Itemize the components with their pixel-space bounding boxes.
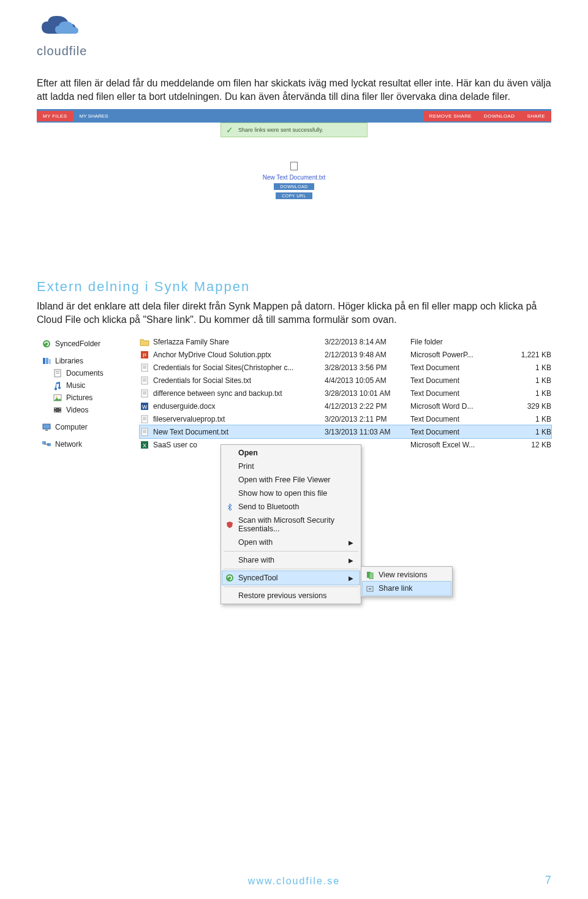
svg-text:P: P: [143, 352, 146, 358]
sm-view-revisions[interactable]: View revisions: [363, 568, 451, 582]
screenshot-explorer: SyncedFolder Libraries Documents: [37, 335, 551, 458]
chevron-right-icon: ▶: [349, 539, 353, 546]
file-type-icon: P: [140, 350, 149, 360]
screenshot-web-share: MY FILES MY SHARES REMOVE SHARE DOWNLOAD…: [37, 109, 551, 248]
document-icon: [290, 162, 298, 170]
cm-show-how[interactable]: Show how to open this file: [222, 487, 360, 500]
svg-text:W: W: [142, 404, 148, 410]
btn-remove-share[interactable]: REMOVE SHARE: [423, 111, 478, 121]
file-type-icon: [140, 376, 149, 385]
file-row[interactable]: Wenduserguide.docx4/12/2013 2:22 PMMicro…: [140, 400, 551, 412]
file-row[interactable]: PAnchor MyDrive Cloud Solution.pptx2/12/…: [140, 348, 551, 361]
nav-pictures[interactable]: Pictures: [37, 392, 140, 404]
nav-label: SyncedFolder: [55, 339, 100, 348]
btn-download[interactable]: DOWNLOAD: [274, 183, 314, 190]
cm-print[interactable]: Print: [222, 460, 360, 473]
nav-label: Libraries: [55, 357, 83, 365]
page-number: 7: [545, 874, 551, 887]
tab-my-files[interactable]: MY FILES: [37, 111, 74, 121]
cm-open[interactable]: Open: [222, 446, 360, 460]
svg-rect-15: [45, 430, 48, 431]
cm-restore[interactable]: Restore previous versions: [222, 589, 360, 602]
documents-icon: [53, 368, 62, 378]
file-name: Credentials for Social Sites(Christopher…: [153, 363, 325, 372]
footer-url: www.cloudfile.se: [248, 876, 340, 887]
cm-open-with[interactable]: Open with▶: [222, 536, 360, 549]
nav-network[interactable]: Network: [37, 438, 140, 450]
svg-rect-29: [141, 390, 148, 397]
nav-videos[interactable]: Videos: [37, 404, 140, 416]
file-size: 1 KB: [508, 415, 551, 423]
svg-rect-47: [369, 573, 373, 579]
svg-rect-16: [42, 441, 46, 444]
share-link-icon: [365, 584, 375, 593]
nav-libraries[interactable]: Libraries: [37, 355, 140, 367]
file-size: 12 KB: [508, 441, 551, 449]
file-row[interactable]: New Text Document.txt3/13/2013 11:03 AMT…: [140, 425, 551, 438]
file-row[interactable]: Credentials for Social Sites.txt4/4/2013…: [140, 374, 551, 387]
file-type: Text Document: [410, 376, 508, 385]
explorer-files-pane: Sferlazza Family Share3/22/2013 8:14 AMF…: [140, 335, 551, 458]
file-row[interactable]: Credentials for Social Sites(Christopher…: [140, 361, 551, 374]
file-row[interactable]: Sferlazza Family Share3/22/2013 8:14 AMF…: [140, 335, 551, 348]
sync-folder-icon: [42, 339, 51, 349]
file-size: 1 KB: [508, 363, 551, 372]
cm-scan[interactable]: Scan with Microsoft Security Essentials.…: [222, 514, 360, 536]
success-text: Share links were sent successfully.: [238, 127, 323, 133]
svg-rect-21: [141, 364, 148, 371]
file-name: New Text Document.txt: [153, 428, 325, 436]
nav-music[interactable]: Music: [37, 379, 140, 392]
nav-documents[interactable]: Documents: [37, 367, 140, 379]
svg-rect-1: [43, 358, 45, 364]
check-icon: ✓: [226, 125, 233, 135]
btn-share[interactable]: SHARE: [521, 111, 551, 121]
file-name: enduserguide.docx: [153, 402, 325, 411]
file-type-icon: [140, 414, 149, 424]
section-heading: Extern delning i Synk Mappen: [37, 279, 551, 295]
svg-rect-12: [59, 408, 61, 409]
svg-text:X: X: [143, 442, 146, 449]
file-name: Sferlazza Family Share: [153, 338, 325, 346]
file-name: Credentials for Social Sites.txt: [153, 376, 325, 385]
chevron-right-icon: ▶: [349, 557, 353, 564]
footer: www.cloudfile.se: [0, 876, 588, 887]
separator: [224, 551, 358, 552]
paragraph-1: Efter att filen är delad får du meddelan…: [37, 77, 551, 103]
nav-label: Pictures: [66, 393, 92, 402]
tab-my-shares[interactable]: MY SHARES: [74, 111, 115, 121]
file-row[interactable]: fileservervalueprop.txt3/20/2013 2:11 PM…: [140, 412, 551, 425]
cm-syncedtool[interactable]: SyncedTool▶: [222, 571, 360, 585]
cm-free-viewer[interactable]: Open with Free File Viewer: [222, 473, 360, 487]
nav-label: Videos: [66, 406, 88, 414]
btn-copy-url[interactable]: COPY URL: [276, 192, 312, 199]
file-date: 4/4/2013 10:05 AM: [325, 376, 410, 385]
file-name: fileservervalueprop.txt: [153, 415, 325, 423]
file-type-icon: [140, 337, 149, 347]
file-size: 1 KB: [508, 428, 551, 436]
svg-rect-35: [141, 415, 148, 423]
nav-computer[interactable]: Computer: [37, 421, 140, 433]
music-icon: [53, 381, 62, 390]
svg-point-45: [226, 574, 233, 582]
nav-label: Music: [66, 381, 85, 390]
paragraph-2: Ibland är det enklare att dela filer dir…: [37, 300, 551, 326]
file-type: Text Document: [410, 428, 508, 436]
cm-share-with[interactable]: Share with▶: [222, 553, 360, 567]
cm-bluetooth[interactable]: Send to Bluetooth: [222, 500, 360, 514]
file-type-icon: [140, 427, 149, 437]
svg-point-8: [56, 396, 58, 398]
file-size: 1,221 KB: [508, 351, 551, 359]
sm-share-link[interactable]: Share link: [363, 582, 451, 595]
pictures-icon: [53, 393, 62, 403]
separator: [224, 586, 358, 587]
file-name: Anchor MyDrive Cloud Solution.pptx: [153, 351, 325, 359]
explorer-nav-pane: SyncedFolder Libraries Documents: [37, 335, 140, 458]
shared-file-link[interactable]: New Text Document.txt: [263, 174, 326, 181]
file-row[interactable]: difference between sync and backup.txt3/…: [140, 387, 551, 400]
nav-syncedfolder[interactable]: SyncedFolder: [37, 338, 140, 350]
file-date: 3/22/2013 8:14 AM: [325, 338, 410, 346]
btn-download-top[interactable]: DOWNLOAD: [478, 111, 521, 121]
file-type-icon: [140, 363, 149, 373]
success-banner: ✓ Share links were sent successfully.: [221, 123, 368, 137]
logo: cloudfile: [37, 12, 551, 58]
